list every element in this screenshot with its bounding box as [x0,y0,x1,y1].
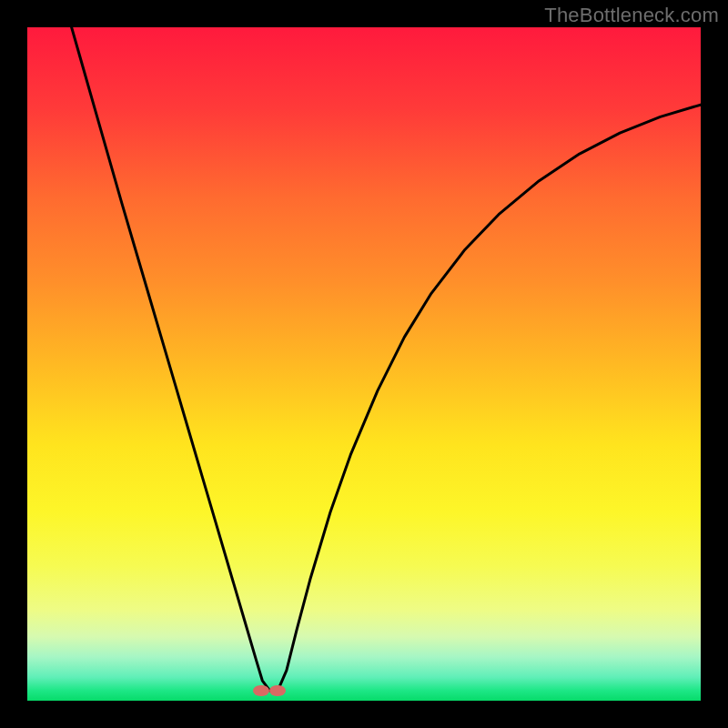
minimum-marker [253,685,269,696]
bottleneck-curve [27,27,701,701]
chart-frame: TheBottleneck.com [0,0,728,728]
curve-path [67,27,701,691]
watermark-text: TheBottleneck.com [544,4,719,27]
plot-area [27,27,701,701]
minimum-marker [269,685,286,696]
